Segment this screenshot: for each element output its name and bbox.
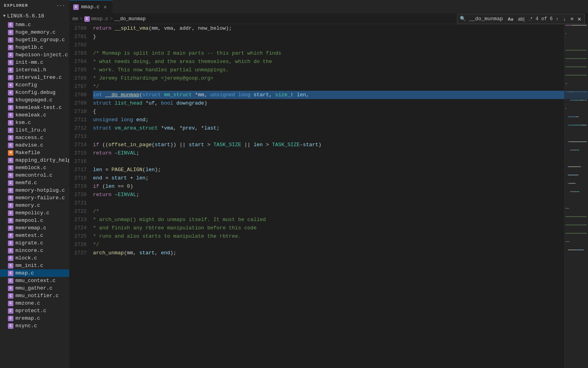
- file-name: kmemleak.c: [15, 112, 46, 118]
- sidebar-item[interactable]: Cmemremap.c: [0, 224, 69, 232]
- file-name: Makefile: [15, 150, 40, 156]
- file-type-icon: C: [8, 112, 13, 118]
- whole-word-button[interactable]: ab|: [516, 15, 526, 23]
- breadcrumb-symbol[interactable]: __do_munmap: [114, 16, 146, 22]
- regex-button[interactable]: .*: [528, 15, 534, 23]
- sidebar-item[interactable]: Chugetlb.c: [0, 44, 69, 51]
- sidebar-item[interactable]: Cmmzone.c: [0, 299, 69, 307]
- code-line: if (len == 0): [93, 182, 564, 191]
- sidebar-item[interactable]: Cmm_init.c: [0, 262, 69, 269]
- file-name: mmzone.c: [15, 300, 40, 306]
- section-label: LINUX-5.6.18: [7, 13, 44, 19]
- sidebar-item[interactable]: Cmmu_gather.c: [0, 284, 69, 292]
- more-icon[interactable]: ···: [56, 3, 65, 8]
- sidebar-item[interactable]: Cmremap.c: [0, 315, 69, 322]
- search-icon: 🔍: [460, 16, 466, 22]
- line-number: 2720: [69, 191, 87, 199]
- explorer-label: EXPLORER: [4, 3, 28, 8]
- sidebar-item[interactable]: Cmemblock.c: [0, 164, 69, 172]
- code-line: len = PAGE_ALIGN(len);: [93, 166, 564, 174]
- line-number: 2712: [69, 124, 87, 132]
- sidebar-item[interactable]: Ckmemleak.c: [0, 111, 69, 119]
- tab-close-button[interactable]: ✕: [102, 4, 108, 10]
- editor-area: C mmap.c ✕ mm > C mmap.c > __do_munmap 🔍…: [69, 0, 588, 368]
- sidebar-item[interactable]: Cmempolicy.c: [0, 209, 69, 217]
- code-line: * what needs doing, and the areas themse…: [93, 57, 564, 66]
- sidebar-item[interactable]: Cmaccess.c: [0, 134, 69, 141]
- sidebar-item[interactable]: Cmincore.c: [0, 247, 69, 254]
- file-type-icon: C: [8, 143, 13, 148]
- code-scroll[interactable]: 2700270127022703270427052706270727082709…: [69, 24, 564, 368]
- code-line: }: [93, 32, 564, 41]
- sidebar-item[interactable]: Chugetlb_cgroup.c: [0, 36, 69, 44]
- code-line: * work. This now handles partial unmappi…: [93, 66, 564, 74]
- file-type-icon: C: [8, 256, 13, 261]
- sidebar-item[interactable]: Cmempool.c: [0, 217, 69, 224]
- sidebar-item[interactable]: Cmemory.c: [0, 202, 69, 209]
- sidebar-item[interactable]: Cmlock.c: [0, 254, 69, 262]
- file-name: memory-hotplug.c: [15, 187, 65, 193]
- file-type-icon: C: [8, 188, 13, 193]
- sidebar-item[interactable]: MMakefile: [0, 149, 69, 156]
- sidebar-item[interactable]: Cmigrate.c: [0, 239, 69, 247]
- code-content: return __split_vma(mm, vma, addr, new_be…: [90, 24, 564, 368]
- code-line: /*: [93, 207, 564, 215]
- line-number: 2700: [69, 24, 87, 32]
- find-prev-button[interactable]: ↑: [554, 15, 560, 23]
- file-type-icon: C: [8, 248, 13, 254]
- sidebar-item[interactable]: KKconfig.debug: [0, 89, 69, 96]
- line-number: 2725: [69, 232, 87, 240]
- sidebar-item[interactable]: Cinit-mm.c: [0, 59, 69, 66]
- line-number: 2727: [69, 249, 87, 257]
- sidebar-item[interactable]: Cinternal.h: [0, 66, 69, 74]
- sidebar-item[interactable]: Ckmemleak-test.c: [0, 104, 69, 111]
- breadcrumb-mm[interactable]: mm: [72, 16, 78, 22]
- find-close-button[interactable]: ✕: [577, 15, 582, 23]
- code-line: int __do_munmap(struct mm_struct *mm, un…: [93, 91, 564, 99]
- find-next-button[interactable]: ↓: [561, 15, 567, 23]
- file-type-icon: C: [8, 120, 13, 126]
- breadcrumb-file-icon: C: [84, 16, 90, 22]
- file-type-icon: C: [8, 180, 13, 186]
- line-number: 2710: [69, 107, 87, 116]
- sidebar-item[interactable]: Cmemtest.c: [0, 232, 69, 239]
- code-line: [93, 132, 564, 141]
- breadcrumb-file[interactable]: mmap.c: [91, 16, 108, 22]
- file-type-icon: K: [8, 90, 13, 95]
- file-type-icon: C: [8, 105, 13, 111]
- sidebar-item[interactable]: Cmsync.c: [0, 322, 69, 330]
- sidebar-item[interactable]: Cinterval_tree.c: [0, 74, 69, 81]
- find-more-button[interactable]: ≡: [569, 15, 575, 23]
- sidebar-item[interactable]: Ckhugepaged.c: [0, 96, 69, 104]
- sidebar-item[interactable]: Cmmu_notifier.c: [0, 292, 69, 299]
- code-line: * runs and also starts to manipulate the…: [93, 232, 564, 240]
- sidebar-item[interactable]: Cmemory-hotplug.c: [0, 187, 69, 194]
- sidebar-item[interactable]: Cmapping_dirty_helpers.c: [0, 156, 69, 164]
- sidebar-item[interactable]: Cksm.c: [0, 119, 69, 126]
- file-name: memory-failure.c: [15, 195, 65, 201]
- sidebar-item[interactable]: Clist_lru.c: [0, 126, 69, 134]
- sidebar-item[interactable]: Cmmap.c: [0, 269, 69, 277]
- file-type-icon: K: [8, 82, 13, 88]
- sidebar-item[interactable]: Cmprotect.c: [0, 307, 69, 315]
- code-line: return -EINVAL;: [93, 191, 564, 199]
- file-type-icon: C: [8, 240, 13, 246]
- sidebar-item[interactable]: Chwpoison-inject.c: [0, 51, 69, 59]
- sidebar-item[interactable]: Cmemory-failure.c: [0, 194, 69, 202]
- file-type-icon: M: [8, 150, 13, 156]
- sidebar-item[interactable]: Cmemfd.c: [0, 179, 69, 187]
- line-number: 2724: [69, 224, 87, 232]
- file-name: mm_init.c: [15, 263, 43, 269]
- tab-mmap[interactable]: C mmap.c ✕: [69, 0, 113, 14]
- sidebar-item[interactable]: Cmmu_context.c: [0, 277, 69, 284]
- sidebar-item[interactable]: Cmadvise.c: [0, 141, 69, 149]
- file-type-icon: C: [8, 210, 13, 216]
- sidebar-item[interactable]: Chuge_memory.c: [0, 29, 69, 36]
- code-line: */: [93, 240, 564, 249]
- sidebar-item[interactable]: Chmm.c: [0, 21, 69, 29]
- file-name: memcontrol.c: [15, 172, 53, 178]
- match-case-button[interactable]: Aa: [506, 16, 515, 22]
- linux-section-header[interactable]: ▼ LINUX-5.6.18: [0, 12, 69, 20]
- sidebar-item[interactable]: KKconfig: [0, 81, 69, 89]
- sidebar-item[interactable]: Cmemcontrol.c: [0, 172, 69, 179]
